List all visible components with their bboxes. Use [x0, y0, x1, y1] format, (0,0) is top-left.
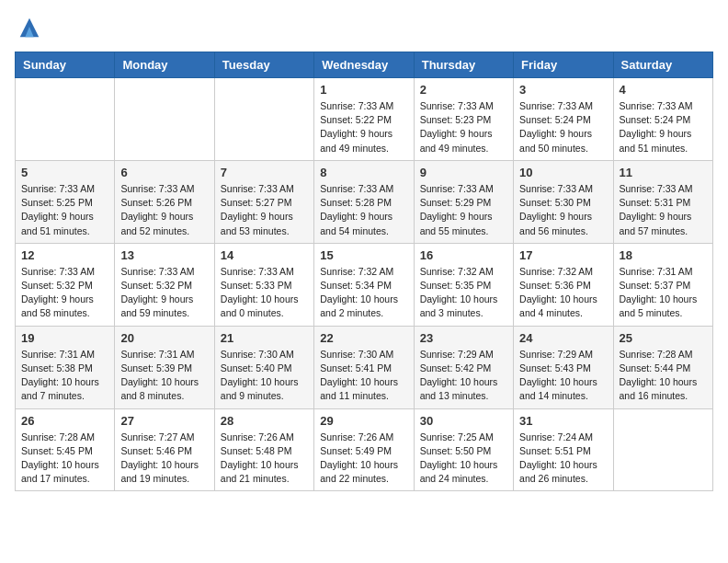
- day-number: 23: [420, 331, 507, 345]
- day-info: Sunrise: 7:29 AM Sunset: 5:42 PM Dayligh…: [420, 348, 507, 404]
- day-info: Sunrise: 7:33 AM Sunset: 5:25 PM Dayligh…: [21, 182, 108, 238]
- calendar-cell: 4Sunrise: 7:33 AM Sunset: 5:24 PM Daylig…: [613, 78, 712, 161]
- calendar-cell: 27Sunrise: 7:27 AM Sunset: 5:46 PM Dayli…: [115, 408, 214, 491]
- day-number: 28: [221, 414, 308, 428]
- calendar-cell: 16Sunrise: 7:32 AM Sunset: 5:35 PM Dayli…: [414, 243, 513, 326]
- weekday-header-tuesday: Tuesday: [214, 52, 313, 78]
- day-number: 29: [320, 414, 407, 428]
- calendar-cell: 31Sunrise: 7:24 AM Sunset: 5:51 PM Dayli…: [514, 408, 613, 491]
- day-number: 21: [221, 331, 308, 345]
- day-info: Sunrise: 7:29 AM Sunset: 5:43 PM Dayligh…: [519, 348, 607, 404]
- calendar-cell: 26Sunrise: 7:28 AM Sunset: 5:45 PM Dayli…: [16, 408, 115, 491]
- day-info: Sunrise: 7:33 AM Sunset: 5:32 PM Dayligh…: [120, 265, 208, 321]
- day-number: 26: [21, 414, 108, 428]
- logo-icon: [17, 15, 42, 40]
- calendar-week-2: 5Sunrise: 7:33 AM Sunset: 5:25 PM Daylig…: [16, 160, 713, 243]
- calendar-week-3: 12Sunrise: 7:33 AM Sunset: 5:32 PM Dayli…: [16, 243, 713, 326]
- weekday-header-sunday: Sunday: [16, 52, 115, 78]
- day-info: Sunrise: 7:32 AM Sunset: 5:36 PM Dayligh…: [519, 265, 607, 321]
- day-number: 9: [420, 166, 507, 179]
- calendar-week-5: 26Sunrise: 7:28 AM Sunset: 5:45 PM Dayli…: [16, 408, 713, 491]
- calendar-cell: 5Sunrise: 7:33 AM Sunset: 5:25 PM Daylig…: [16, 160, 115, 243]
- calendar-cell: 24Sunrise: 7:29 AM Sunset: 5:43 PM Dayli…: [514, 326, 613, 408]
- calendar-cell: 1Sunrise: 7:33 AM Sunset: 5:22 PM Daylig…: [314, 78, 414, 161]
- day-info: Sunrise: 7:28 AM Sunset: 5:45 PM Dayligh…: [21, 431, 108, 487]
- calendar-cell: 30Sunrise: 7:25 AM Sunset: 5:50 PM Dayli…: [414, 408, 513, 491]
- calendar-cell: 17Sunrise: 7:32 AM Sunset: 5:36 PM Dayli…: [514, 243, 613, 326]
- calendar-cell: 13Sunrise: 7:33 AM Sunset: 5:32 PM Dayli…: [115, 243, 214, 326]
- day-info: Sunrise: 7:26 AM Sunset: 5:48 PM Dayligh…: [221, 431, 308, 487]
- calendar-cell: 9Sunrise: 7:33 AM Sunset: 5:29 PM Daylig…: [414, 160, 513, 243]
- day-number: 31: [519, 414, 607, 428]
- day-number: 1: [320, 83, 407, 97]
- day-number: 5: [21, 166, 108, 179]
- day-number: 11: [620, 166, 707, 179]
- day-info: Sunrise: 7:28 AM Sunset: 5:44 PM Dayligh…: [620, 348, 707, 404]
- day-info: Sunrise: 7:33 AM Sunset: 5:27 PM Dayligh…: [221, 182, 308, 238]
- page-header: [15, 15, 713, 40]
- day-number: 18: [620, 248, 707, 262]
- calendar-cell: 25Sunrise: 7:28 AM Sunset: 5:44 PM Dayli…: [613, 326, 712, 408]
- day-number: 19: [21, 331, 108, 345]
- calendar-cell: 18Sunrise: 7:31 AM Sunset: 5:37 PM Dayli…: [613, 243, 712, 326]
- calendar-table: SundayMondayTuesdayWednesdayThursdayFrid…: [15, 52, 713, 491]
- day-number: 13: [120, 248, 208, 262]
- day-number: 24: [519, 331, 607, 345]
- day-number: 25: [620, 331, 707, 345]
- calendar-cell: [214, 78, 313, 161]
- day-info: Sunrise: 7:31 AM Sunset: 5:38 PM Dayligh…: [21, 348, 108, 404]
- day-number: 12: [21, 248, 108, 262]
- day-number: 22: [320, 331, 407, 345]
- day-number: 4: [620, 83, 707, 97]
- weekday-header-wednesday: Wednesday: [314, 52, 414, 78]
- calendar-cell: 2Sunrise: 7:33 AM Sunset: 5:23 PM Daylig…: [414, 78, 513, 161]
- calendar-cell: 3Sunrise: 7:33 AM Sunset: 5:24 PM Daylig…: [514, 78, 613, 161]
- day-info: Sunrise: 7:33 AM Sunset: 5:30 PM Dayligh…: [519, 182, 607, 238]
- day-info: Sunrise: 7:33 AM Sunset: 5:26 PM Dayligh…: [120, 182, 208, 238]
- day-info: Sunrise: 7:33 AM Sunset: 5:24 PM Dayligh…: [519, 99, 607, 155]
- day-info: Sunrise: 7:33 AM Sunset: 5:31 PM Dayligh…: [620, 182, 707, 238]
- calendar-week-4: 19Sunrise: 7:31 AM Sunset: 5:38 PM Dayli…: [16, 326, 713, 408]
- day-info: Sunrise: 7:25 AM Sunset: 5:50 PM Dayligh…: [420, 431, 507, 487]
- logo: [15, 15, 42, 40]
- day-number: 15: [320, 248, 407, 262]
- day-info: Sunrise: 7:26 AM Sunset: 5:49 PM Dayligh…: [320, 431, 407, 487]
- day-number: 10: [519, 166, 607, 179]
- day-info: Sunrise: 7:30 AM Sunset: 5:41 PM Dayligh…: [320, 348, 407, 404]
- calendar-cell: 14Sunrise: 7:33 AM Sunset: 5:33 PM Dayli…: [214, 243, 313, 326]
- calendar-cell: 6Sunrise: 7:33 AM Sunset: 5:26 PM Daylig…: [115, 160, 214, 243]
- day-number: 2: [420, 83, 507, 97]
- day-info: Sunrise: 7:33 AM Sunset: 5:32 PM Dayligh…: [21, 265, 108, 321]
- calendar-cell: 12Sunrise: 7:33 AM Sunset: 5:32 PM Dayli…: [16, 243, 115, 326]
- day-info: Sunrise: 7:33 AM Sunset: 5:24 PM Dayligh…: [620, 99, 707, 155]
- calendar-week-1: 1Sunrise: 7:33 AM Sunset: 5:22 PM Daylig…: [16, 78, 713, 161]
- calendar-cell: 10Sunrise: 7:33 AM Sunset: 5:30 PM Dayli…: [514, 160, 613, 243]
- day-info: Sunrise: 7:30 AM Sunset: 5:40 PM Dayligh…: [221, 348, 308, 404]
- weekday-header-monday: Monday: [115, 52, 214, 78]
- day-info: Sunrise: 7:27 AM Sunset: 5:46 PM Dayligh…: [120, 431, 208, 487]
- calendar-cell: 7Sunrise: 7:33 AM Sunset: 5:27 PM Daylig…: [214, 160, 313, 243]
- day-info: Sunrise: 7:33 AM Sunset: 5:22 PM Dayligh…: [320, 99, 407, 155]
- day-number: 8: [320, 166, 407, 179]
- calendar-cell: 21Sunrise: 7:30 AM Sunset: 5:40 PM Dayli…: [214, 326, 313, 408]
- calendar-cell: 28Sunrise: 7:26 AM Sunset: 5:48 PM Dayli…: [214, 408, 313, 491]
- day-info: Sunrise: 7:32 AM Sunset: 5:35 PM Dayligh…: [420, 265, 507, 321]
- calendar-cell: 20Sunrise: 7:31 AM Sunset: 5:39 PM Dayli…: [115, 326, 214, 408]
- calendar-cell: [16, 78, 115, 161]
- calendar-cell: 19Sunrise: 7:31 AM Sunset: 5:38 PM Dayli…: [16, 326, 115, 408]
- calendar-cell: [613, 408, 712, 491]
- weekday-header-thursday: Thursday: [414, 52, 513, 78]
- weekday-header-friday: Friday: [514, 52, 613, 78]
- day-info: Sunrise: 7:33 AM Sunset: 5:29 PM Dayligh…: [420, 182, 507, 238]
- day-info: Sunrise: 7:33 AM Sunset: 5:33 PM Dayligh…: [221, 265, 308, 321]
- calendar-cell: 11Sunrise: 7:33 AM Sunset: 5:31 PM Dayli…: [613, 160, 712, 243]
- weekday-header-saturday: Saturday: [613, 52, 712, 78]
- calendar-cell: 29Sunrise: 7:26 AM Sunset: 5:49 PM Dayli…: [314, 408, 414, 491]
- calendar-cell: 15Sunrise: 7:32 AM Sunset: 5:34 PM Dayli…: [314, 243, 414, 326]
- day-number: 30: [420, 414, 507, 428]
- day-info: Sunrise: 7:33 AM Sunset: 5:28 PM Dayligh…: [320, 182, 407, 238]
- day-number: 7: [221, 166, 308, 179]
- day-number: 27: [120, 414, 208, 428]
- calendar-cell: [115, 78, 214, 161]
- day-info: Sunrise: 7:31 AM Sunset: 5:37 PM Dayligh…: [620, 265, 707, 321]
